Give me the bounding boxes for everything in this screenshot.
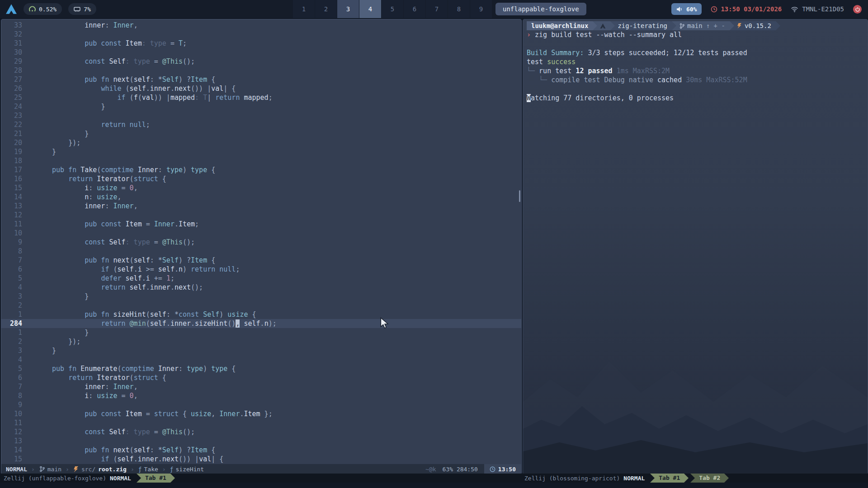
terminal-pane[interactable]: luukm@archlinux zig-iterating main ↑ bbox=[523, 19, 868, 474]
code-line[interactable]: 30 bbox=[1, 48, 521, 57]
code-line[interactable]: 9 const Self: type = @This(); bbox=[1, 238, 521, 247]
volume-widget[interactable]: 60% bbox=[671, 3, 702, 15]
code-line[interactable]: 5pub fn Enumerate(comptime Inner: type) … bbox=[1, 364, 521, 373]
workspace-4[interactable]: 4 bbox=[359, 0, 381, 18]
code-token: . bbox=[175, 220, 179, 228]
code-line[interactable]: 14 n: usize, bbox=[1, 192, 521, 202]
code-line[interactable]: 18 bbox=[1, 156, 521, 165]
code-line[interactable]: 6 return Iterator(struct { bbox=[1, 373, 521, 382]
code-token: ; bbox=[170, 274, 175, 282]
code-line[interactable]: 25 if (f(val)) |mapped: T| return mapped… bbox=[1, 93, 521, 102]
code-line[interactable]: 19} bbox=[1, 147, 521, 156]
code-line[interactable]: 7 pub fn next(self: *Self) ?Item { bbox=[1, 256, 521, 265]
code-line[interactable]: 2 }); bbox=[1, 337, 521, 346]
clock-widget[interactable]: 13:50 03/01/2026 bbox=[711, 5, 782, 13]
code-line[interactable]: 12 const Self: type = @This(); bbox=[1, 427, 521, 436]
code-token: inner bbox=[85, 202, 105, 210]
breadcrumb-item[interactable]: sizeHint bbox=[170, 466, 204, 473]
line-number: 7 bbox=[1, 256, 22, 265]
zellij-tab[interactable]: Tab #1 bbox=[650, 474, 689, 483]
code-token: : bbox=[89, 193, 97, 201]
line-number: 3 bbox=[1, 346, 22, 355]
code-line[interactable]: 21 } bbox=[1, 129, 521, 138]
code-token: (); bbox=[183, 428, 195, 436]
cpu-widget[interactable]: 0.52% bbox=[24, 3, 62, 15]
code-line[interactable]: 4 return self.inner.next(); bbox=[1, 283, 521, 292]
code-line[interactable]: 17pub fn Take(comptime Inner: type) type… bbox=[1, 165, 521, 174]
code-token: { bbox=[248, 310, 256, 319]
code-line[interactable]: 3} bbox=[1, 346, 521, 355]
editor-viewport[interactable]: 33 inner: Inner,3231 pub const Item: typ… bbox=[1, 19, 521, 464]
code-line[interactable]: 20 }); bbox=[1, 138, 521, 147]
code-line[interactable]: 15 if (self.inner.next()) |val| { bbox=[1, 455, 521, 464]
zellij-tab[interactable]: Tab #1 bbox=[137, 474, 175, 483]
code-line[interactable]: 24 } bbox=[1, 102, 521, 111]
workspace-3[interactable]: 3 bbox=[337, 0, 359, 18]
code-line[interactable]: 8 bbox=[1, 247, 521, 256]
code-line[interactable]: 7 inner: Inner, bbox=[1, 382, 521, 391]
workspace-7[interactable]: 7 bbox=[426, 0, 448, 18]
code-line[interactable]: 1 pub fn sizeHint(self: *const Self) usi… bbox=[1, 310, 521, 319]
code-line[interactable]: 23 bbox=[1, 111, 521, 120]
code-line[interactable]: 13 inner: Inner, bbox=[1, 202, 521, 211]
code-token bbox=[52, 265, 101, 273]
code-line[interactable]: 15 i: usize = 0, bbox=[1, 183, 521, 192]
session-name-badge[interactable]: unflappable-foxglove bbox=[495, 3, 586, 15]
code-text: i: usize = 0, bbox=[22, 391, 138, 400]
code-line[interactable]: 10 pub const Item = struct { usize, Inne… bbox=[1, 409, 521, 418]
desktop: 0.52% 7% 123456789 unflappable-foxglove … bbox=[0, 0, 868, 488]
statusline-separator bbox=[66, 466, 69, 473]
code-line[interactable]: 31 pub const Item: type = T; bbox=[1, 39, 521, 48]
code-line[interactable]: 1 } bbox=[1, 328, 521, 337]
code-line[interactable]: 5 defer self.i += 1; bbox=[1, 274, 521, 283]
terminal-line bbox=[527, 39, 868, 48]
code-line[interactable]: 6 if (self.i >= self.n) return null; bbox=[1, 265, 521, 274]
code-line[interactable]: 3 } bbox=[1, 292, 521, 301]
code-line[interactable]: 8 i: usize = 0, bbox=[1, 391, 521, 400]
breadcrumb-item[interactable]: Take bbox=[138, 466, 158, 473]
prompt-branch-name: main bbox=[687, 22, 703, 29]
memory-widget[interactable]: 7% bbox=[68, 3, 96, 15]
line-number: 17 bbox=[1, 165, 22, 174]
code-line[interactable]: 26 while (self.inner.next()) |val| { bbox=[1, 84, 521, 93]
code-line[interactable]: 11 pub const Item = Inner.Item; bbox=[1, 220, 521, 229]
code-line[interactable]: 27 pub fn next(self: *Self) ?Item { bbox=[1, 75, 521, 84]
code-line[interactable]: 29 const Self: type = @This(); bbox=[1, 57, 521, 66]
workspace-1[interactable]: 1 bbox=[293, 0, 315, 18]
terminal-token: 3/3 steps succeeded; 12/12 tests passed bbox=[584, 49, 747, 57]
workspace-2[interactable]: 2 bbox=[315, 0, 337, 18]
code-token: ) bbox=[183, 166, 191, 174]
code-line[interactable]: 10 bbox=[1, 229, 521, 238]
workspace-9[interactable]: 9 bbox=[470, 0, 492, 18]
code-line[interactable]: 16 return Iterator(struct { bbox=[1, 174, 521, 183]
code-token: i bbox=[138, 265, 142, 273]
code-line[interactable]: 11 bbox=[1, 418, 521, 427]
code-line[interactable]: 28 bbox=[1, 66, 521, 75]
code-line[interactable]: 284 return @min(self.inner.sizeHint(), s… bbox=[1, 319, 521, 328]
code-token: : bbox=[89, 184, 97, 192]
code-line[interactable]: 9 bbox=[1, 400, 521, 409]
code-token: : type bbox=[126, 238, 150, 246]
code-line[interactable]: 32 bbox=[1, 30, 521, 39]
code-line[interactable]: 12 bbox=[1, 211, 521, 220]
workspace-8[interactable]: 8 bbox=[448, 0, 470, 18]
editor-pane[interactable]: 33 inner: Inner,3231 pub const Item: typ… bbox=[1, 19, 522, 474]
terminal-token: cached bbox=[657, 76, 686, 84]
code-line[interactable]: 33 inner: Inner, bbox=[1, 21, 521, 30]
code-token: pub fn bbox=[52, 166, 80, 174]
code-line[interactable]: 4 bbox=[1, 355, 521, 364]
code-line[interactable]: 13 bbox=[1, 436, 521, 446]
code-line[interactable]: 14 pub fn next(self: *Self) ?Item { bbox=[1, 446, 521, 455]
code-token bbox=[52, 184, 85, 192]
code-token bbox=[52, 130, 85, 138]
zellij-tab[interactable]: Tab #2 bbox=[690, 474, 729, 483]
workspace-6[interactable]: 6 bbox=[404, 0, 425, 18]
code-line[interactable]: 2 bbox=[1, 301, 521, 310]
network-widget[interactable]: TMNL-E21D05 bbox=[791, 5, 844, 13]
power-button[interactable] bbox=[853, 5, 862, 14]
scrollbar-thumb[interactable] bbox=[519, 190, 520, 202]
code-line[interactable]: 22 return null; bbox=[1, 120, 521, 129]
workspace-5[interactable]: 5 bbox=[382, 0, 403, 18]
code-token: Inner bbox=[138, 166, 158, 174]
code-text bbox=[22, 111, 52, 120]
